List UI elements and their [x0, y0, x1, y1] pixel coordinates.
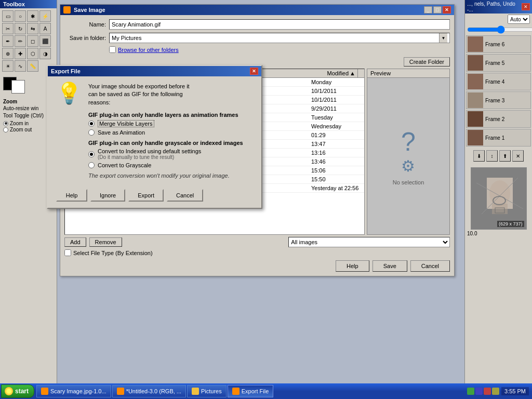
start-label: start [15, 388, 29, 395]
canvas-thumbnail: (629 x 737) [471, 167, 527, 230]
tool-perspective[interactable]: ⬡ [27, 48, 38, 59]
frame-action-1[interactable]: ⬇ [473, 150, 485, 162]
radio-merge-circle[interactable] [88, 121, 95, 127]
tool-dodge[interactable]: ☀ [2, 60, 14, 72]
create-folder-button[interactable]: Create Folder [404, 57, 450, 66]
radio-animation-circle[interactable] [88, 129, 95, 136]
frame-4-item[interactable]: Frame 4 [466, 73, 531, 90]
save-in-arrow[interactable]: ▼ [439, 33, 447, 43]
zoom-out-label: Zoom out [10, 127, 32, 132]
save-dialog-maximize[interactable]: □ [433, 6, 442, 14]
radio-indexed-labels: Convert to Indexed using default setting… [98, 148, 201, 160]
tray-icon-2 [475, 388, 483, 395]
export-dialog-footer: Help Ignore Export Cancel [48, 185, 261, 208]
frame-action-4[interactable]: ✕ [512, 150, 524, 162]
bg-color[interactable] [11, 80, 25, 94]
all-images-select[interactable]: All images [288, 237, 450, 247]
tool-paint[interactable]: ✏ [15, 35, 26, 47]
save-cancel-button[interactable]: Cancel [410, 260, 450, 272]
start-button[interactable]: start [1, 384, 34, 398]
right-panel-title: ..., nels, Paths, Undo -... [467, 1, 522, 12]
tool-blend[interactable]: ◑ [39, 48, 51, 59]
frame-5-item[interactable]: Frame 5 [466, 54, 531, 72]
browse-link[interactable]: Browse for other folders [118, 47, 179, 53]
radio-indexed-circle[interactable] [88, 151, 95, 157]
export-close-button[interactable]: ✕ [250, 68, 258, 75]
name-input[interactable] [109, 19, 450, 30]
export-help-button[interactable]: Help [56, 189, 87, 202]
zoom-in-option[interactable]: Zoom in [3, 121, 54, 126]
frame-1-thumb [468, 130, 483, 145]
tool-smudge[interactable]: ∿ [15, 60, 26, 72]
taskbar-icon-3 [232, 388, 240, 395]
radio-merge-option[interactable]: Merge Visible Layers [88, 120, 253, 127]
tool-flip[interactable]: ⇆ [27, 23, 38, 34]
frame-action-2[interactable]: ↕ [486, 150, 498, 162]
export-ignore-button[interactable]: Ignore [90, 189, 125, 202]
file-type-checkbox[interactable] [64, 249, 71, 256]
taskbar-item-0[interactable]: Scary Image.jpg-1.0... [36, 385, 111, 397]
frame-2-label: Frame 2 [485, 116, 504, 122]
right-panel-close[interactable]: ✕ [522, 3, 530, 10]
frame-3-label: Frame 3 [485, 98, 504, 103]
radio-indexed-option[interactable]: Convert to Indexed using default setting… [88, 148, 253, 160]
frame-2-thumb [468, 111, 483, 127]
tool-measure[interactable]: 📏 [27, 60, 38, 72]
tool-fuzzy-select[interactable]: ⚡ [39, 10, 51, 22]
start-logo [5, 387, 13, 395]
remove-button[interactable]: Remove [89, 237, 122, 247]
add-button[interactable]: Add [64, 237, 86, 247]
tool-ellipse-select[interactable]: ○ [15, 10, 26, 22]
taskbar-item-2[interactable]: Pictures [187, 385, 227, 397]
auto-select[interactable]: Auto [508, 15, 530, 24]
frame-5-label: Frame 5 [485, 60, 504, 66]
frame-6-item[interactable]: Frame 6 [466, 35, 531, 53]
tool-crop[interactable]: ✂ [2, 23, 14, 34]
tool-path[interactable]: ✒ [2, 35, 14, 47]
auto-resize-label: Auto-resize win [3, 105, 54, 111]
modified-col-header[interactable]: Modified ▲ [325, 69, 358, 77]
scroll-arrow [358, 69, 364, 77]
save-dialog-help-button[interactable]: Help [336, 260, 369, 272]
save-dialog-minimize[interactable]: _ [424, 6, 432, 14]
radio-grayscale-option[interactable]: Convert to Grayscale [88, 162, 253, 168]
frame-action-3[interactable]: ⬆ [499, 150, 511, 162]
save-dialog-close[interactable]: ✕ [443, 6, 451, 14]
tool-fill[interactable]: ⬛ [39, 35, 51, 47]
tool-clone[interactable]: ⊕ [2, 48, 14, 59]
tool-free-select[interactable]: ✱ [27, 10, 38, 22]
toolbox-icons: ▭ ○ ✱ ⚡ ✂ ↻ ⇆ A ✒ ✏ ◻ ⬛ ⊕ ✚ ⬡ ◑ ☀ ∿ 📏 [0, 8, 57, 74]
export-export-button[interactable]: Export [128, 189, 164, 202]
taskbar-icon-0 [41, 388, 48, 395]
frame-3-item[interactable]: Frame 3 [466, 91, 531, 109]
section1-title: GIF plug-in can only handle layers as an… [88, 112, 253, 118]
tray-icon-3 [484, 388, 491, 395]
frame-1-item[interactable]: Frame 1 [466, 129, 531, 147]
tool-rect-select[interactable]: ▭ [2, 10, 14, 22]
radio-animation-label: Save as Animation [98, 129, 145, 136]
zoom-slider[interactable] [467, 26, 532, 33]
browse-checkbox[interactable] [109, 46, 116, 53]
radio-animation-option[interactable]: Save as Animation [88, 129, 253, 136]
export-cancel-button[interactable]: Cancel [167, 189, 203, 202]
tool-heal[interactable]: ✚ [15, 48, 26, 59]
zoom-in-radio[interactable] [3, 121, 8, 126]
radio-indexed-sub: (Do it manually to tune the result) [98, 154, 201, 160]
save-in-row: Save in folder: My Pictures ▼ [64, 33, 450, 43]
section2: GIF plug-in can only handle grayscale or… [88, 140, 253, 168]
tool-erase[interactable]: ◻ [27, 35, 38, 47]
frame-4-label: Frame 4 [485, 79, 504, 85]
radio-grayscale-circle[interactable] [88, 162, 95, 168]
tool-text[interactable]: A [39, 23, 51, 34]
tool-transform[interactable]: ↻ [15, 23, 26, 34]
frames-list: Frame 6 Frame 5 Frame 4 Frame 3 Frame 2 … [465, 34, 532, 149]
save-button[interactable]: Save [373, 260, 407, 272]
save-in-combo[interactable]: My Pictures ▼ [109, 33, 450, 43]
taskbar-item-3[interactable]: Export File [228, 385, 274, 397]
export-dialog-title: Export File [51, 68, 81, 74]
frame-2-item[interactable]: Frame 2 [466, 110, 531, 128]
zoom-out-option[interactable]: Zoom out [3, 127, 54, 132]
preview-gear-icon: ⚙ [393, 157, 424, 175]
taskbar-item-1[interactable]: *Untitled-3.0 (RGB, ... [112, 385, 186, 397]
zoom-out-radio[interactable] [3, 127, 8, 132]
